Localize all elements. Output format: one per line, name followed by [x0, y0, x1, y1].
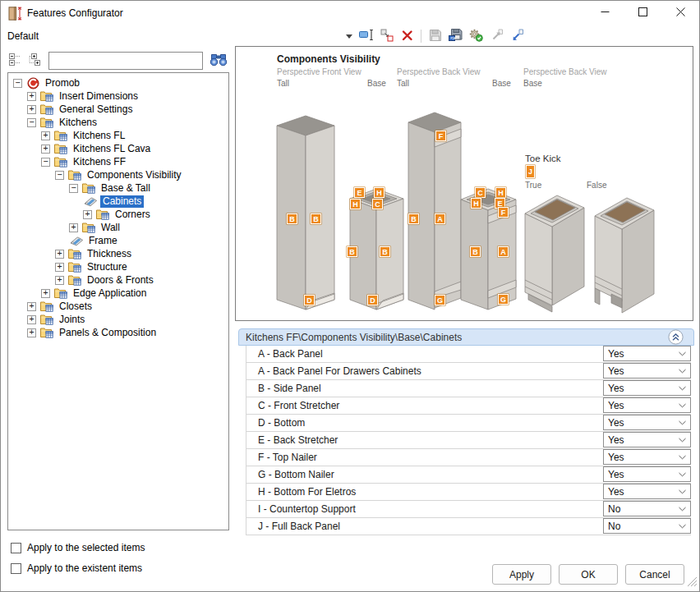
- window-title: Features Configurator: [27, 7, 123, 19]
- property-value-dropdown[interactable]: Yes: [603, 380, 691, 396]
- tree-item-kitchens-fl[interactable]: +Kitchens FL: [8, 129, 228, 142]
- save-as-button[interactable]: <a: [445, 26, 466, 46]
- collapse-expander-icon[interactable]: −: [27, 118, 36, 127]
- export-button[interactable]: [486, 26, 507, 46]
- chevron-down-icon: [679, 472, 686, 477]
- component-badge-g: G: [498, 294, 509, 305]
- toe-kick-false-label: False: [587, 181, 606, 190]
- tree-item-panels-composition[interactable]: +Panels & Composition: [8, 326, 228, 339]
- tree-item-kitchens-ff[interactable]: −Kitchens FF: [8, 155, 228, 168]
- ok-button[interactable]: OK: [559, 564, 618, 585]
- import-button[interactable]: [507, 26, 527, 46]
- collapse-all-icon: [9, 53, 21, 68]
- close-button[interactable]: [661, 1, 699, 25]
- maximize-button[interactable]: [624, 1, 661, 25]
- expand-all-button[interactable]: [26, 53, 42, 69]
- component-badge-b: B: [287, 213, 297, 224]
- property-row: C - Front StretcherYes: [246, 397, 691, 415]
- tall-label-2: Tall: [397, 79, 409, 88]
- tree-item-edge-application[interactable]: +Edge Application: [8, 287, 228, 300]
- preset-combobox[interactable]: Default: [7, 27, 356, 45]
- tree-item-general-settings[interactable]: +General Settings: [8, 103, 228, 116]
- expand-expander-icon[interactable]: +: [27, 92, 36, 101]
- property-value-dropdown[interactable]: No: [603, 518, 691, 534]
- tree-item-insert-dimensions[interactable]: +Insert Dimensions: [8, 89, 228, 103]
- expand-expander-icon[interactable]: +: [55, 250, 64, 259]
- apply-existent-checkbox[interactable]: [11, 563, 21, 574]
- folder-icon: [67, 248, 82, 259]
- collapse-expander-icon[interactable]: −: [13, 79, 22, 88]
- expand-expander-icon[interactable]: +: [27, 315, 36, 324]
- component-badge-f: F: [498, 207, 509, 218]
- minimize-icon: [601, 7, 610, 19]
- tree-item-promob[interactable]: −Promob: [8, 76, 228, 89]
- tree-item-frame[interactable]: Frame: [8, 234, 228, 247]
- property-label: H - Bottom For Eletros: [246, 486, 356, 498]
- tree-item-corners[interactable]: +Corners: [8, 208, 228, 221]
- apply-existent-label: Apply to the existent items: [27, 562, 142, 574]
- rename-button[interactable]: [356, 26, 376, 46]
- delete-button[interactable]: [397, 26, 417, 46]
- expand-expander-icon[interactable]: +: [55, 276, 64, 285]
- expand-expander-icon[interactable]: +: [41, 289, 50, 298]
- collapse-all-button[interactable]: [7, 53, 23, 69]
- tree-item-kitchens-fl-cava[interactable]: +Kitchens FL Cava: [8, 142, 228, 155]
- copy-button[interactable]: [376, 26, 397, 46]
- property-label: A - Back Panel: [246, 348, 323, 360]
- tree-item-joints[interactable]: +Joints: [8, 313, 228, 326]
- tree-item-thickness[interactable]: +Thickness: [8, 247, 228, 260]
- property-value-dropdown[interactable]: Yes: [603, 432, 691, 447]
- resize-grip[interactable]: [687, 576, 698, 590]
- save-icon: [429, 29, 442, 44]
- dropdown-value: Yes: [608, 417, 624, 429]
- tree-item-label: Joints: [57, 314, 87, 326]
- property-value-dropdown[interactable]: Yes: [603, 484, 691, 499]
- tag-icon: [83, 196, 98, 207]
- collapse-expander-icon[interactable]: −: [55, 171, 64, 180]
- property-value-dropdown[interactable]: Yes: [603, 449, 691, 465]
- dropdown-value: Yes: [608, 348, 624, 360]
- tree-item-closets[interactable]: +Closets: [8, 300, 228, 313]
- find-button[interactable]: [208, 52, 229, 70]
- property-value-dropdown[interactable]: Yes: [603, 415, 691, 430]
- apply-selected-checkbox[interactable]: [11, 543, 21, 553]
- cancel-button[interactable]: Cancel: [625, 564, 684, 585]
- property-value-dropdown[interactable]: Yes: [603, 466, 691, 482]
- tree-item-base-tall[interactable]: −Base & Tall: [8, 181, 228, 195]
- collapse-group-button[interactable]: [668, 330, 684, 346]
- component-badge-g: G: [435, 295, 445, 305]
- expand-expander-icon[interactable]: +: [27, 328, 36, 337]
- expand-expander-icon[interactable]: +: [41, 131, 50, 140]
- tree-item-structure[interactable]: +Structure: [8, 260, 228, 273]
- property-value-dropdown[interactable]: Yes: [603, 397, 691, 413]
- preset-value: Default: [7, 30, 39, 42]
- expand-expander-icon[interactable]: +: [41, 145, 50, 154]
- search-input[interactable]: [48, 52, 203, 70]
- expand-expander-icon[interactable]: +: [27, 302, 36, 311]
- property-value-dropdown[interactable]: No: [603, 501, 691, 516]
- property-value-dropdown[interactable]: Yes: [603, 363, 691, 379]
- dropdown-value: Yes: [608, 434, 624, 446]
- collapse-group-icon: [668, 329, 684, 347]
- expand-expander-icon[interactable]: +: [69, 223, 78, 232]
- component-badge-b: B: [380, 246, 390, 257]
- tree-item-kitchens[interactable]: −Kitchens: [8, 116, 228, 129]
- save-button[interactable]: [425, 26, 445, 46]
- collapse-expander-icon[interactable]: −: [41, 158, 50, 167]
- apply-check-button[interactable]: [466, 26, 486, 46]
- property-value-dropdown[interactable]: Yes: [603, 346, 691, 361]
- apply-button[interactable]: Apply: [492, 564, 551, 585]
- property-row: F - Top NailerYes: [246, 449, 691, 466]
- expand-expander-icon[interactable]: +: [27, 105, 36, 114]
- expand-expander-icon[interactable]: +: [55, 263, 64, 272]
- collapse-expander-icon[interactable]: −: [69, 184, 78, 193]
- tree-item-wall[interactable]: +Wall: [8, 221, 228, 234]
- minimize-button[interactable]: [586, 1, 624, 25]
- dropdown-value: Yes: [608, 400, 624, 411]
- tree-item-cabinets[interactable]: Cabinets: [8, 195, 228, 208]
- tree-item-components-visibility[interactable]: −Components Visibility: [8, 168, 228, 181]
- property-label: I - Countertop Support: [246, 503, 356, 515]
- expand-expander-icon[interactable]: +: [83, 210, 92, 219]
- property-label: F - Top Nailer: [246, 452, 317, 463]
- tree-item-doors-fronts[interactable]: +Doors & Fronts: [8, 273, 228, 287]
